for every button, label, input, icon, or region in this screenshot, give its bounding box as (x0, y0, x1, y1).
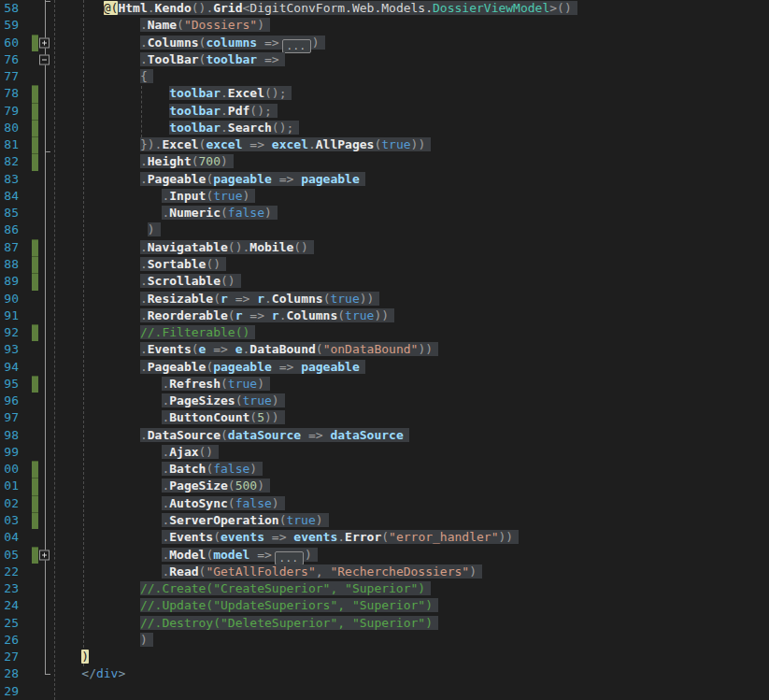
fold-gutter[interactable] (38, 665, 52, 682)
fold-gutter[interactable] (38, 171, 52, 188)
fold-collapse-icon[interactable] (39, 54, 50, 64)
code-text[interactable]: .Read("GetAllFolders", "RechercheDossier… (52, 564, 769, 580)
code-line[interactable]: 22 .Read("GetAllFolders", "RechercheDoss… (0, 564, 769, 580)
code-text[interactable]: .Events(events => events.Error("error_ha… (52, 529, 769, 546)
line-number[interactable]: 05 (0, 547, 19, 564)
line-number[interactable]: 83 (0, 171, 19, 188)
code-text[interactable] (52, 683, 769, 700)
code-line[interactable]: 05 .Model(model =>...) (0, 547, 769, 564)
line-number[interactable]: 87 (0, 239, 19, 256)
fold-gutter[interactable] (38, 564, 52, 580)
code-text[interactable]: //.Destroy("DeleteSuperior", "Superior") (52, 615, 769, 632)
line-number[interactable]: 97 (0, 409, 19, 426)
fold-gutter[interactable] (38, 256, 52, 273)
code-text[interactable]: .Navigatable().Mobile() (52, 239, 769, 256)
fold-gutter[interactable] (38, 68, 52, 85)
code-line[interactable]: 59 .Name("Dossiers") (0, 17, 769, 34)
line-number[interactable]: 01 (0, 478, 19, 494)
code-text[interactable]: .DataSource(dataSource => dataSource (52, 427, 769, 444)
fold-gutter[interactable] (38, 495, 52, 512)
fold-gutter[interactable] (38, 409, 52, 426)
code-text[interactable]: .Scrollable() (52, 273, 769, 290)
fold-gutter[interactable] (38, 17, 52, 34)
code-line[interactable]: 85 .Numeric(false) (0, 205, 769, 221)
code-line[interactable]: 96 .PageSizes(true) (0, 393, 769, 409)
fold-expand-icon[interactable] (39, 550, 50, 560)
code-line[interactable]: 03 .ServerOperation(true) (0, 512, 769, 529)
code-line[interactable]: 28 </div> (0, 665, 769, 682)
line-number[interactable]: 93 (0, 341, 19, 358)
code-text[interactable]: .PageSizes(true) (52, 393, 769, 409)
code-text[interactable]: .Name("Dossiers") (52, 17, 769, 34)
code-text[interactable]: .PageSize(500) (52, 478, 769, 494)
fold-gutter[interactable] (38, 461, 52, 478)
fold-gutter[interactable] (38, 359, 52, 376)
fold-gutter[interactable] (38, 529, 52, 546)
code-line[interactable]: 24 //.Update("UpdateSuperiors", "Superio… (0, 597, 769, 614)
line-number[interactable]: 91 (0, 307, 19, 324)
fold-gutter[interactable] (38, 85, 52, 102)
line-number[interactable]: 95 (0, 376, 19, 393)
fold-gutter[interactable] (38, 0, 52, 17)
code-line[interactable]: 78 toolbar.Excel(); (0, 85, 769, 102)
code-text[interactable]: //.Filterable() (52, 324, 769, 341)
fold-gutter[interactable] (38, 393, 52, 409)
fold-gutter[interactable] (38, 649, 52, 665)
code-text[interactable]: toolbar.Pdf(); (52, 103, 769, 120)
fold-gutter[interactable] (38, 478, 52, 494)
fold-gutter[interactable] (38, 632, 52, 649)
code-line[interactable]: 01 .PageSize(500) (0, 478, 769, 494)
code-line[interactable]: 94 .Pageable(pageable => pageable (0, 359, 769, 376)
code-line[interactable]: 83 .Pageable(pageable => pageable (0, 171, 769, 188)
code-line[interactable]: 89 .Scrollable() (0, 273, 769, 290)
fold-gutter[interactable] (38, 188, 52, 205)
code-line[interactable]: 82 .Height(700) (0, 153, 769, 170)
line-number[interactable]: 58 (0, 0, 19, 17)
fold-gutter[interactable] (38, 324, 52, 341)
line-number[interactable]: 03 (0, 512, 19, 529)
line-number[interactable]: 59 (0, 17, 19, 34)
line-number[interactable]: 60 (0, 35, 19, 51)
fold-gutter[interactable] (38, 615, 52, 632)
code-text[interactable]: }).Excel(excel => excel.AllPages(true)) (52, 136, 769, 153)
fold-gutter[interactable] (38, 307, 52, 324)
fold-gutter[interactable] (38, 683, 52, 700)
line-number[interactable]: 22 (0, 564, 19, 580)
code-line[interactable]: 88 .Sortable() (0, 256, 769, 273)
code-line[interactable]: 91 .Reorderable(r => r.Columns(true)) (0, 307, 769, 324)
fold-gutter[interactable] (38, 153, 52, 170)
code-text[interactable]: .Sortable() (52, 256, 769, 273)
code-line[interactable]: 86 ) (0, 221, 769, 238)
line-number[interactable]: 28 (0, 665, 19, 682)
code-line[interactable]: 26 ) (0, 632, 769, 649)
code-line[interactable]: 23 //.Create("CreateSuperior", "Superior… (0, 580, 769, 597)
line-number[interactable]: 94 (0, 359, 19, 376)
line-number[interactable]: 85 (0, 205, 19, 221)
fold-gutter[interactable] (38, 291, 52, 307)
fold-gutter[interactable] (38, 239, 52, 256)
line-number[interactable]: 86 (0, 221, 19, 238)
code-text[interactable]: toolbar.Search(); (52, 120, 769, 136)
code-line[interactable]: 81 }).Excel(excel => excel.AllPages(true… (0, 136, 769, 153)
code-line[interactable]: 98 .DataSource(dataSource => dataSource (0, 427, 769, 444)
line-number[interactable]: 76 (0, 51, 19, 68)
code-line[interactable]: 00 .Batch(false) (0, 461, 769, 478)
fold-gutter[interactable] (38, 427, 52, 444)
code-text[interactable]: toolbar.Excel(); (52, 85, 769, 102)
code-line[interactable]: 90 .Resizable(r => r.Columns(true)) (0, 291, 769, 307)
line-number[interactable]: 96 (0, 393, 19, 409)
line-number[interactable]: 27 (0, 649, 19, 665)
code-line[interactable]: 27 ) (0, 649, 769, 665)
code-line[interactable]: 95 .Refresh(true) (0, 376, 769, 393)
code-text[interactable]: .ServerOperation(true) (52, 512, 769, 529)
fold-gutter[interactable] (38, 51, 52, 68)
fold-gutter[interactable] (38, 103, 52, 120)
fold-gutter[interactable] (38, 341, 52, 358)
line-number[interactable]: 84 (0, 188, 19, 205)
code-text[interactable]: .Events(e => e.DataBound("onDataBound")) (52, 341, 769, 358)
code-text[interactable]: .AutoSync(false) (52, 495, 769, 512)
code-line[interactable]: 02 .AutoSync(false) (0, 495, 769, 512)
line-number[interactable]: 78 (0, 85, 19, 102)
code-line[interactable]: 25 //.Destroy("DeleteSuperior", "Superio… (0, 615, 769, 632)
line-number[interactable]: 82 (0, 153, 19, 170)
